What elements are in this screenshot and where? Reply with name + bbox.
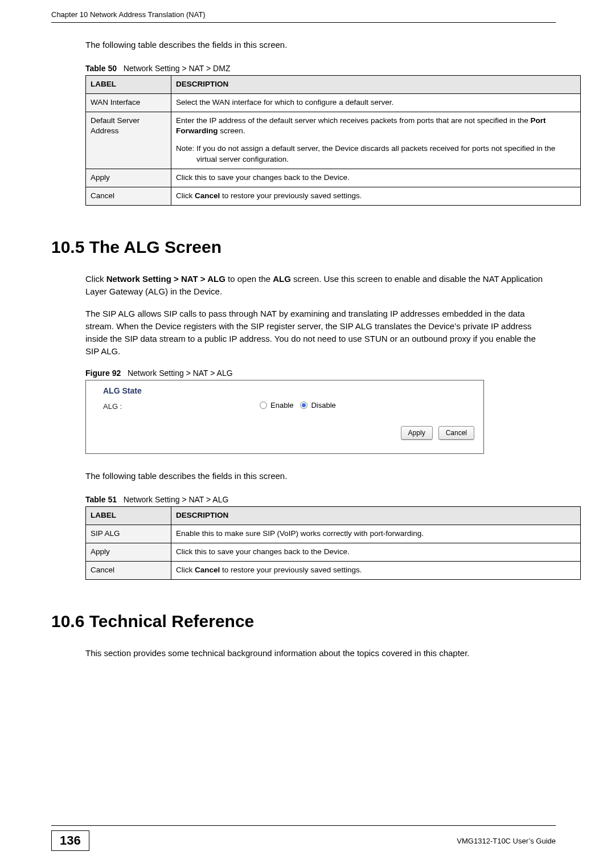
desc-text: Enter the IP address of the default serv… [176, 116, 531, 125]
table-cell-label: WAN Interface [86, 93, 171, 112]
para-text: Click [85, 274, 106, 284]
figure-92-title: Network Setting > NAT > ALG [128, 369, 233, 378]
table-cell-label: SIP ALG [86, 525, 171, 543]
table-51-title: Network Setting > NAT > ALG [124, 495, 229, 504]
desc-tail: screen. [218, 126, 245, 135]
section-10-5-para-2: The SIP ALG allows SIP calls to pass thr… [51, 308, 556, 357]
table-row: Apply Click this to save your changes ba… [86, 543, 581, 561]
table-50-head-desc: DESCRIPTION [171, 75, 581, 93]
table-50-head-label: LABEL [86, 75, 171, 93]
desc-pre: Click [176, 191, 195, 200]
figure-92-caption: Figure 92 Network Setting > NAT > ALG [51, 369, 556, 378]
table-cell-label: Apply [86, 169, 171, 187]
desc-post: to restore your previously saved setting… [220, 191, 362, 200]
header-rule [51, 22, 556, 23]
intro-text-2: The following table describes the fields… [51, 470, 556, 482]
desc-pre: Click [176, 566, 195, 574]
table-cell-label: Default Server Address [86, 112, 171, 169]
desc-note: Note: If you do not assign a default ser… [176, 144, 576, 165]
table-header-row: LABEL DESCRIPTION [86, 507, 581, 525]
table-row: Apply Click this to save your changes ba… [86, 169, 581, 187]
table-51-head-desc: DESCRIPTION [171, 507, 581, 525]
table-50-title: Network Setting > NAT > DMZ [124, 64, 231, 73]
alg-enable-radio[interactable] [260, 402, 267, 409]
table-50: LABEL DESCRIPTION WAN Interface Select t… [85, 75, 581, 206]
table-cell-desc: Click Cancel to restore your previously … [171, 561, 581, 579]
figure-92-panel: ALG State ALG : Enable Disable Apply Can… [85, 380, 484, 454]
table-cell-desc: Click Cancel to restore your previously … [171, 187, 581, 205]
table-row: Cancel Click Cancel to restore your prev… [86, 187, 581, 205]
table-row: WAN Interface Select the WAN interface f… [86, 93, 581, 112]
guide-name: VMG1312-T10C User’s Guide [457, 837, 556, 845]
table-cell-desc: Click this to save your changes back to … [171, 543, 581, 561]
table-row: Cancel Click Cancel to restore your prev… [86, 561, 581, 579]
para-bold: ALG [273, 274, 291, 284]
alg-disable-label: Disable [311, 401, 335, 410]
table-51-head-label: LABEL [86, 507, 171, 525]
table-51-caption: Table 51 Network Setting > NAT > ALG [51, 495, 556, 504]
table-cell-label: Cancel [86, 561, 171, 579]
desc-post: to restore your previously saved setting… [220, 566, 362, 574]
alg-row-label: ALG : [103, 402, 122, 411]
alg-disable-radio[interactable] [300, 402, 307, 409]
para-bold: Network Setting > NAT > ALG [106, 274, 225, 284]
table-51: LABEL DESCRIPTION SIP ALG Enable this to… [85, 506, 581, 580]
table-50-number: Table 50 [85, 64, 117, 73]
figure-92-number: Figure 92 [85, 369, 121, 378]
table-cell-desc: Enter the IP address of the default serv… [171, 112, 581, 169]
alg-state-heading: ALG State [103, 386, 142, 395]
section-10-5-para-1: Click Network Setting > NAT > ALG to ope… [51, 273, 556, 298]
apply-button[interactable]: Apply [401, 426, 433, 440]
table-header-row: LABEL DESCRIPTION [86, 75, 581, 93]
table-51-number: Table 51 [85, 495, 117, 504]
table-row: SIP ALG Enable this to make sure SIP (Vo… [86, 525, 581, 543]
table-cell-desc: Select the WAN interface for which to co… [171, 93, 581, 112]
desc-bold: Cancel [195, 566, 220, 574]
section-10-6-heading: 10.6 Technical Reference [51, 612, 556, 631]
intro-text-1: The following table describes the fields… [51, 39, 556, 51]
table-50-caption: Table 50 Network Setting > NAT > DMZ [51, 64, 556, 73]
alg-radio-group: Enable Disable [260, 401, 336, 410]
section-10-5-heading: 10.5 The ALG Screen [51, 238, 556, 257]
page-number: 136 [51, 830, 89, 851]
para-text: to open the [225, 274, 273, 284]
table-cell-desc: Enable this to make sure SIP (VoIP) work… [171, 525, 581, 543]
section-10-6-para: This section provides some technical bac… [51, 647, 556, 660]
table-cell-desc: Click this to save your changes back to … [171, 169, 581, 187]
table-cell-label: Cancel [86, 187, 171, 205]
desc-bold: Cancel [195, 191, 220, 200]
chapter-header: Chapter 10 Network Address Translation (… [51, 10, 206, 19]
table-cell-label: Apply [86, 543, 171, 561]
footer-rule [51, 825, 556, 826]
table-row: Default Server Address Enter the IP addr… [86, 112, 581, 169]
cancel-button[interactable]: Cancel [438, 426, 474, 440]
alg-enable-label: Enable [270, 401, 293, 410]
